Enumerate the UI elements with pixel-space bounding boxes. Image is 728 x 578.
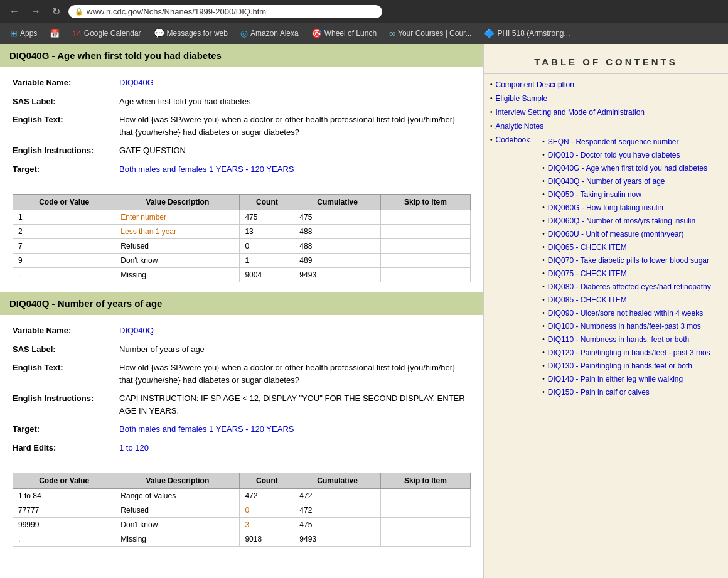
bookmark-courses[interactable]: ∞ Your Courses | Cour... xyxy=(384,26,476,41)
col2-count: Count xyxy=(240,473,294,489)
cell-code: 9 xyxy=(13,254,115,268)
toc-sub-bullet: • xyxy=(542,296,545,303)
toc-sub-bullet: • xyxy=(542,388,545,395)
cell-code: 99999 xyxy=(13,518,115,532)
bookmark-amazon[interactable]: ◎ Amazon Alexa xyxy=(235,26,304,41)
section2-body: Variable Name: DIQ040Q SAS Label: Number… xyxy=(0,315,483,469)
toc-sub-item: •DIQ130 - Pain/tingling in hands,feet or… xyxy=(542,360,710,372)
bookmark-messages[interactable]: 💬 Messages for web xyxy=(149,26,233,41)
toc-sub-link[interactable]: SEQN - Respondent sequence number xyxy=(548,136,679,147)
toc-sub-link[interactable]: DIQ090 - Ulcer/sore not healed within 4 … xyxy=(548,308,703,319)
toc-sub-item: •DIQ065 - CHECK ITEM xyxy=(542,242,710,253)
refresh-button[interactable]: ↻ xyxy=(49,4,63,19)
col2-code: Code or Value xyxy=(13,473,115,489)
english-text-label: English Text: xyxy=(13,114,119,138)
cell-desc: Range of Values xyxy=(115,489,240,503)
col2-desc: Value Description xyxy=(115,473,240,489)
table-row: 1 to 84 Range of Values 472 472 xyxy=(13,489,471,503)
toc-sub-link[interactable]: DIQ080 - Diabetes affected eyes/had reti… xyxy=(548,281,711,292)
table2-header-row: Code or Value Value Description Count Cu… xyxy=(13,473,471,489)
address-bar[interactable]: 🔒 www.n.cdc.gov/Nchs/Nhanes/1999-2000/DI… xyxy=(68,5,382,18)
toc-link[interactable]: Codebook xyxy=(496,134,530,146)
courses-icon: ∞ xyxy=(389,28,395,38)
toc-sub-link[interactable]: DIQ050 - Taking insulin now xyxy=(548,189,641,200)
toc-link[interactable]: Eligible Sample xyxy=(496,93,548,104)
var-name-label: Variable Name: xyxy=(13,77,119,89)
content-area[interactable]: DIQ040G - Age when first told you had di… xyxy=(0,44,483,578)
toc-sub-link[interactable]: DIQ065 - CHECK ITEM xyxy=(548,242,627,253)
toc-sub-bullet: • xyxy=(542,309,545,316)
target-label: Target: xyxy=(13,163,119,176)
toc-bullet: • xyxy=(490,81,493,88)
toc-item: •Analytic Notes xyxy=(490,120,722,132)
toc-link[interactable]: Interview Setting and Mode of Administra… xyxy=(496,107,645,118)
toc-bullet: • xyxy=(490,136,493,143)
cell-cumulative: 472 xyxy=(294,489,380,503)
amazon-icon: ◎ xyxy=(240,28,248,38)
toc-sub-bullet: • xyxy=(542,151,545,158)
toc-sub-link[interactable]: DIQ085 - CHECK ITEM xyxy=(548,294,627,306)
toc-sub-item: •SEQN - Respondent sequence number xyxy=(542,136,710,147)
cell-desc: Enter number xyxy=(115,210,240,225)
toc-sub-link[interactable]: DIQ120 - Pain/tingling in hands/feet - p… xyxy=(548,347,710,358)
toc-sub-link[interactable]: DIQ150 - Pain in calf or calves xyxy=(548,387,650,398)
bookmark-cal-icon[interactable]: 📅 xyxy=(45,26,65,41)
toc-link[interactable]: Analytic Notes xyxy=(496,120,544,132)
toc-sub-bullet: • xyxy=(542,362,545,369)
forward-button[interactable]: → xyxy=(28,4,44,18)
english2-text-row: English Text: How old {was SP/were you} … xyxy=(13,361,471,386)
toc-sub-link[interactable]: DIQ060Q - Number of mos/yrs taking insul… xyxy=(548,215,695,227)
bookmark-amazon-label: Amazon Alexa xyxy=(250,29,299,38)
toc-sub-link[interactable]: DIQ060G - How long taking insulin xyxy=(548,202,663,213)
bookmark-google-calendar-label: Google Calendar xyxy=(84,29,141,38)
toc-sub-item: •DIQ040Q - Number of years of age xyxy=(542,176,710,187)
toc-sub-link[interactable]: DIQ075 - CHECK ITEM xyxy=(548,268,627,279)
toc-sub-link[interactable]: DIQ070 - Take diabetic pills to lower bl… xyxy=(548,255,709,266)
bookmark-lunch-label: Wheel of Lunch xyxy=(324,29,377,38)
toc-sub-link[interactable]: DIQ040G - Age when first told you had di… xyxy=(548,163,707,174)
var2-name-value: DIQ040Q xyxy=(119,324,471,337)
cell-desc: Refused xyxy=(115,503,240,518)
hard-edits-label: Hard Edits: xyxy=(13,442,119,454)
toc-sub-link[interactable]: DIQ100 - Numbness in hands/feet-past 3 m… xyxy=(548,321,701,332)
toc-list: •Component Description•Eligible Sample•I… xyxy=(484,79,728,400)
english2-instructions-row: English Instructions: CAPI INSTRUCTION: … xyxy=(13,392,471,417)
col-code: Code or Value xyxy=(13,195,115,210)
cell-desc: Don't know xyxy=(115,254,240,268)
back-button[interactable]: ← xyxy=(6,4,23,18)
messages-icon: 💬 xyxy=(154,28,164,38)
toc-sub-link[interactable]: DIQ060U - Unit of measure (month/year) xyxy=(548,228,684,240)
toc-sub-bullet: • xyxy=(542,283,545,290)
cell-desc: Less than 1 year xyxy=(115,225,240,239)
english-instructions-row: English Instructions: GATE QUESTION xyxy=(13,144,471,157)
apps-icon: ⊞ xyxy=(10,28,18,38)
table-row: 1 Enter number 475 475 xyxy=(13,210,471,225)
toc-sub-list: •SEQN - Respondent sequence number•DIQ01… xyxy=(533,136,710,400)
section1-header: DIQ040G - Age when first told you had di… xyxy=(0,44,483,67)
toc-link[interactable]: Component Description xyxy=(496,79,574,90)
toc-sub-bullet: • xyxy=(542,191,545,198)
toc-sub-item: •DIQ060G - How long taking insulin xyxy=(542,202,710,213)
toc-item: •Interview Setting and Mode of Administr… xyxy=(490,107,722,118)
sas-label-value: Age when first told you had diabetes xyxy=(119,95,471,108)
cell-code: . xyxy=(13,532,115,547)
cell-code: . xyxy=(13,268,115,282)
toc-sub-link[interactable]: DIQ110 - Numbness in hands, feet or both xyxy=(548,334,689,345)
toc-sub-link[interactable]: DIQ140 - Pain in either leg while walkin… xyxy=(548,373,683,385)
bookmark-lunch[interactable]: 🎯 Wheel of Lunch xyxy=(306,26,382,41)
bookmark-google-calendar[interactable]: 14 Google Calendar xyxy=(67,26,146,41)
toc-sub-link[interactable]: DIQ010 - Doctor told you have diabetes xyxy=(548,149,680,161)
toc-sub-link[interactable]: DIQ130 - Pain/tingling in hands,feet or … xyxy=(548,360,692,372)
cell-desc: Missing xyxy=(115,532,240,547)
cell-cumulative: 472 xyxy=(294,503,380,518)
bookmark-apps[interactable]: ⊞ Apps xyxy=(5,26,42,41)
col2-cumulative: Cumulative xyxy=(294,473,380,489)
toc-sub-bullet: • xyxy=(542,204,545,211)
bookmark-phi[interactable]: 🔷 PHI 518 (Armstrong... xyxy=(479,26,575,41)
target2-label: Target: xyxy=(13,423,119,436)
toc-sub-item: •DIQ040G - Age when first told you had d… xyxy=(542,163,710,174)
toc-sub-bullet: • xyxy=(542,375,545,382)
calendar-icon-small: 📅 xyxy=(50,29,60,38)
toc-sub-link[interactable]: DIQ040Q - Number of years of age xyxy=(548,176,665,187)
section2-table: Code or Value Value Description Count Cu… xyxy=(13,473,471,547)
